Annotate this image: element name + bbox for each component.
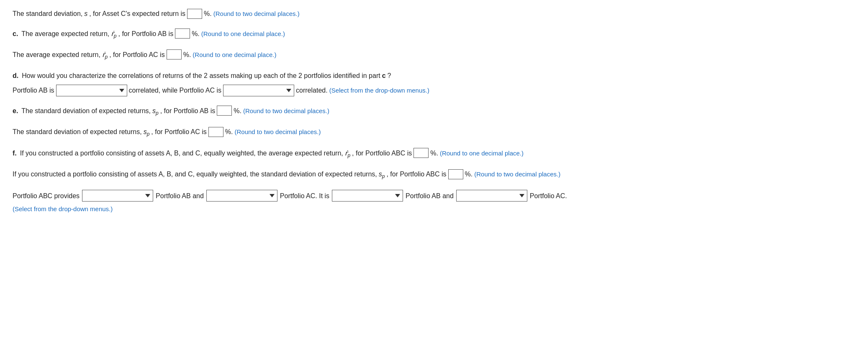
avg-return-abc-pct: %.: [430, 148, 438, 159]
avg-return-abc-input[interactable]: [413, 148, 429, 158]
std-dev-c-hint: (Round to two decimal places.): [213, 9, 300, 19]
abc-provides-hint-line: (Select from the drop-down menus.): [13, 204, 855, 214]
correlation-hint: (Select from the drop-down menus.): [329, 85, 429, 96]
avg-return-ac-text2: , for Portfolio AC is: [109, 49, 165, 60]
correlation-text: How would you characterize the correlati…: [22, 70, 380, 81]
correlated-text: correlated.: [296, 85, 328, 96]
std-dev-c-section: The standard deviation, s , for Asset C'…: [13, 8, 855, 19]
std-dev-abc-input[interactable]: [448, 169, 463, 179]
std-dev-c-text1: The standard deviation,: [13, 8, 82, 19]
std-dev-abc-text1: If you constructed a portfolio consistin…: [13, 169, 377, 180]
abc-provides-text1: Portfolio ABC provides: [13, 191, 80, 202]
abc-provides-text2: Portfolio AB and: [156, 191, 204, 202]
avg-return-ac-hint: (Round to one decimal place.): [193, 50, 276, 60]
std-dev-abc-pct: %.: [465, 169, 473, 180]
std-dev-abc-line: If you constructed a portfolio consistin…: [13, 169, 855, 181]
abc-provides-select4[interactable]: better than worse than the same as: [456, 190, 527, 202]
correlated-while-text: correlated, while Portfolio AC is: [129, 85, 221, 96]
std-dev-abc-text2: , for Portfolio ABC is: [386, 169, 446, 180]
avg-return-ac-text1: The average expected return,: [13, 49, 100, 60]
correlation-label: d.: [13, 70, 18, 81]
std-dev-c-input[interactable]: [187, 9, 202, 19]
avg-return-ac-pct: %.: [183, 49, 191, 60]
std-dev-ac-section: The standard deviation of expected retur…: [13, 127, 855, 138]
correlation-ref: c: [382, 70, 386, 81]
correlation-question-section: d. How would you characterize the correl…: [13, 70, 855, 96]
std-dev-ab-input[interactable]: [217, 106, 232, 116]
abc-provides-text5: Portfolio AC.: [530, 191, 567, 202]
correlation-question-line: d. How would you characterize the correl…: [13, 70, 855, 81]
avg-return-abc-r: ṙp: [345, 148, 350, 160]
avg-return-ab-r: ṙp: [111, 28, 116, 40]
portfolio-ab-corr-select[interactable]: positively negatively perfectly positive…: [56, 85, 127, 96]
std-dev-abc-section: If you constructed a portfolio consistin…: [13, 169, 855, 181]
std-dev-ac-pct: %.: [225, 127, 233, 137]
std-dev-ab-text1: The standard deviation of expected retur…: [21, 106, 151, 116]
std-dev-ab-s: sp: [152, 106, 159, 117]
abc-provides-select1[interactable]: better diversification than worse divers…: [82, 190, 153, 202]
std-dev-c-s: s: [84, 8, 87, 19]
correlation-dropdown-line: Portfolio AB is positively negatively pe…: [13, 85, 855, 96]
std-dev-ab-line: e. The standard deviation of expected re…: [13, 106, 855, 117]
correlation-end: ?: [388, 70, 391, 81]
std-dev-ac-hint: (Round to two decimal places.): [235, 127, 321, 137]
avg-return-ac-input[interactable]: [167, 49, 182, 59]
abc-provides-select2[interactable]: better diversification than worse divers…: [206, 190, 277, 202]
abc-provides-hint: (Select from the drop-down menus.): [13, 204, 113, 214]
avg-return-ab-pct: %.: [192, 28, 200, 39]
std-dev-ab-pct: %.: [234, 106, 241, 116]
avg-return-abc-hint: (Round to one decimal place.): [440, 148, 524, 158]
std-dev-ab-label: e.: [13, 106, 18, 116]
avg-return-ab-input[interactable]: [175, 28, 190, 39]
std-dev-abc-s: sp: [379, 169, 385, 181]
abc-provides-text3: Portfolio AC. It is: [280, 191, 329, 202]
avg-return-abc-text1: If you constructed a portfolio consistin…: [20, 148, 343, 159]
avg-return-abc-line: f. If you constructed a portfolio consis…: [13, 148, 855, 160]
std-dev-c-pct: %.: [204, 8, 212, 19]
abc-provides-select3[interactable]: better than worse than the same as: [332, 190, 403, 202]
portfolio-ab-is-text: Portfolio AB is: [13, 85, 54, 96]
std-dev-c-text2: , for Asset C's expected return is: [89, 8, 185, 19]
avg-return-ac-line: The average expected return, ṙp , for P…: [13, 49, 855, 61]
avg-return-ab-label: c.: [13, 28, 18, 39]
std-dev-c-line: The standard deviation, s , for Asset C'…: [13, 8, 855, 19]
avg-return-abc-text2: , for Portfolio ABC is: [352, 148, 412, 159]
std-dev-ac-s: sp: [144, 127, 150, 138]
std-dev-ac-text2: , for Portfolio AC is: [151, 127, 207, 137]
avg-return-ab-text1: The average expected return,: [21, 28, 109, 39]
std-dev-abc-hint: (Round to two decimal places.): [474, 169, 560, 179]
avg-return-ab-section: c. The average expected return, ṙp , fo…: [13, 28, 855, 40]
avg-return-abc-label: f.: [13, 148, 17, 159]
abc-provides-section: Portfolio ABC provides better diversific…: [13, 190, 855, 214]
portfolio-ac-corr-select[interactable]: positively negatively perfectly positive…: [223, 85, 294, 96]
abc-provides-line: Portfolio ABC provides better diversific…: [13, 190, 855, 202]
avg-return-ab-hint: (Round to one decimal place.): [201, 29, 285, 39]
avg-return-abc-section: f. If you constructed a portfolio consis…: [13, 148, 855, 160]
avg-return-ac-section: The average expected return, ṙp , for P…: [13, 49, 855, 61]
std-dev-ab-text2: , for Portfolio AB is: [160, 106, 216, 116]
avg-return-ab-text2: , for Portfolio AB is: [118, 28, 174, 39]
std-dev-ac-text1: The standard deviation of expected retur…: [13, 127, 142, 137]
avg-return-ab-line: c. The average expected return, ṙp , fo…: [13, 28, 855, 40]
avg-return-ac-r: ṙp: [102, 49, 108, 61]
std-dev-ac-input[interactable]: [208, 127, 223, 137]
abc-provides-text4: Portfolio AB and: [406, 191, 454, 202]
std-dev-ac-line: The standard deviation of expected retur…: [13, 127, 855, 138]
std-dev-ab-section: e. The standard deviation of expected re…: [13, 106, 855, 117]
std-dev-ab-hint: (Round to two decimal places.): [243, 106, 329, 116]
